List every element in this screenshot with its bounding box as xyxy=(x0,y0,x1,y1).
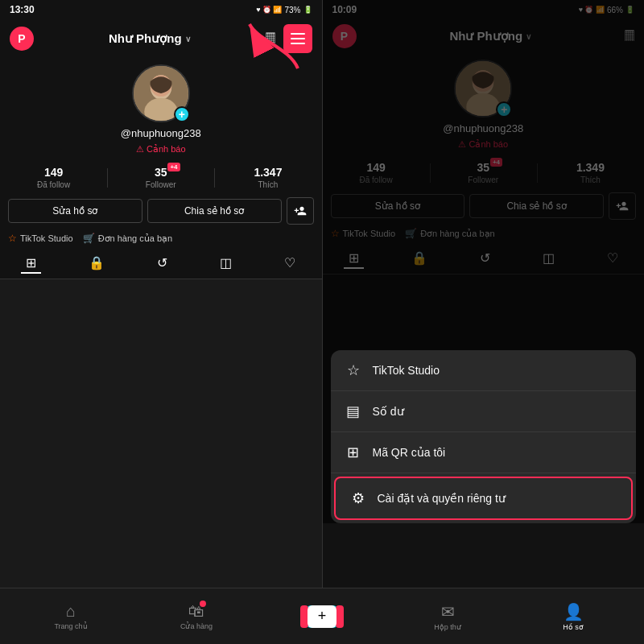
nav-create[interactable]: + xyxy=(259,605,385,628)
stats-row-left: 149 Đã follow 35+4 Follower 1.347 Thích xyxy=(0,161,322,194)
stat-likes-label-left: Thích xyxy=(258,180,278,189)
stat-following-label-left: Đã follow xyxy=(37,180,70,189)
menu-item-balance[interactable]: ▤ Số dư xyxy=(331,391,637,432)
stat-likes-number-left: 1.347 xyxy=(254,166,282,179)
right-screen: 10:09 ♥ ⏰ 📶 66% 🔋 P Như Phượng ∨ 𝄜 xyxy=(323,0,645,588)
warning-icon-left: ⚠ xyxy=(136,144,144,155)
settings-menu-label: Cài đặt và quyền riêng tư xyxy=(378,492,506,505)
menu-item-qr[interactable]: ⊞ Mã QR của tôi xyxy=(331,432,637,473)
share-profile-button-left[interactable]: Chia sẻ hồ sơ xyxy=(147,199,282,223)
edit-profile-button-left[interactable]: Sửa hồ sơ xyxy=(8,199,142,223)
stat-following-number-left: 149 xyxy=(44,166,63,179)
avatar-container-left: + xyxy=(132,64,190,122)
qr-menu-icon: ⊞ xyxy=(344,444,363,461)
tab-videos-left[interactable]: ⊞ xyxy=(21,254,41,274)
stat-plus-badge-left: +4 xyxy=(167,163,180,171)
add-friend-icon-left xyxy=(294,204,307,217)
menu-item-studio[interactable]: ☆ TikTok Studio xyxy=(331,350,637,391)
inbox-icon: ✉ xyxy=(441,602,455,621)
orders-icon-left: 🛒 xyxy=(83,233,95,244)
tab-repost-left[interactable]: ↺ xyxy=(152,254,172,274)
status-icons-left: ♥ ⏰ 📶 73% 🔋 xyxy=(256,6,312,14)
inbox-label: Hộp thư xyxy=(434,623,461,631)
nav-home[interactable]: ⌂ Trang chủ xyxy=(8,602,134,630)
tab-saved-left[interactable]: ♡ xyxy=(279,254,300,274)
nav-shop[interactable]: 🛍 Cửa hàng xyxy=(134,602,259,630)
stat-followers-number-left: 35+4 xyxy=(155,166,167,179)
studio-menu-icon: ☆ xyxy=(344,361,363,379)
profile-section-left: + @nhuphuong238 ⚠ Cảnh báo xyxy=(0,58,322,161)
dual-phone-icon[interactable]: 𝄜 xyxy=(266,31,275,47)
nav-username-left[interactable]: Như Phượng ∨ xyxy=(109,31,191,46)
qr-menu-label: Mã QR của tôi xyxy=(373,446,446,459)
stat-following-left[interactable]: 149 Đã follow xyxy=(0,166,107,189)
orders-link-left[interactable]: 🛒 Đơn hàng của bạn xyxy=(83,233,173,244)
studio-menu-label: TikTok Studio xyxy=(373,364,440,377)
status-bar-left: 13:30 ♥ ⏰ 📶 73% 🔋 xyxy=(0,0,322,19)
dropdown-menu: ☆ TikTok Studio ▤ Số dư ⊞ Mã QR của tôi … xyxy=(331,350,637,523)
studio-icon-left: ☆ xyxy=(8,233,17,244)
create-button[interactable]: + xyxy=(305,605,339,628)
nav-right-left: 𝄜 xyxy=(266,24,312,53)
top-nav-left: P Như Phượng ∨ 𝄜 xyxy=(0,19,322,58)
avatar-plus-button-left[interactable]: + xyxy=(174,106,190,122)
balance-menu-label: Số dư xyxy=(373,405,404,418)
home-icon: ⌂ xyxy=(66,602,76,621)
nav-profile[interactable]: 👤 Hồ sơ xyxy=(510,602,636,631)
tab-private-left[interactable]: 🔒 xyxy=(84,254,109,274)
stat-followers-label-left: Follower xyxy=(146,180,176,189)
home-label: Trang chủ xyxy=(54,622,87,630)
shop-label: Cửa hàng xyxy=(180,622,213,630)
hamburger-button[interactable] xyxy=(283,24,312,53)
content-area-left xyxy=(0,279,322,588)
cart-badge-dot xyxy=(200,601,206,607)
tabs-row-left: ⊞ 🔒 ↺ ◫ ♡ xyxy=(0,249,322,279)
add-friend-button-left[interactable] xyxy=(287,197,314,225)
username-chevron-left: ∨ xyxy=(185,35,191,43)
balance-menu-icon: ▤ xyxy=(344,402,363,420)
profile-nav-icon: 👤 xyxy=(564,602,584,621)
tab-liked-left[interactable]: ◫ xyxy=(215,254,237,274)
battery-left: 73% xyxy=(284,6,300,14)
menu-item-settings[interactable]: ⚙ Cài đặt và quyền riêng tư xyxy=(334,477,634,520)
shop-icon: 🛍 xyxy=(188,602,204,621)
stat-likes-left[interactable]: 1.347 Thích xyxy=(214,166,321,189)
stat-followers-left[interactable]: 35+4 Follower xyxy=(107,166,214,189)
tiktok-studio-link-left[interactable]: ☆ TikTok Studio xyxy=(8,233,73,244)
profile-initial-left: P xyxy=(10,27,34,51)
nav-inbox[interactable]: ✉ Hộp thư xyxy=(385,602,510,631)
left-screen: 13:30 ♥ ⏰ 📶 73% 🔋 P Như Phượng ∨ 𝄜 xyxy=(0,0,323,588)
action-buttons-left: Sửa hồ sơ Chia sẻ hồ sơ xyxy=(0,194,322,228)
username-handle-left: @nhuphuong238 xyxy=(121,127,201,139)
profile-nav-label: Hồ sơ xyxy=(563,623,584,631)
time-left: 13:30 xyxy=(10,4,35,15)
links-row-left: ☆ TikTok Studio 🛒 Đơn hàng của bạn xyxy=(0,228,322,249)
settings-menu-icon: ⚙ xyxy=(349,489,368,507)
warning-badge-left: ⚠ Cảnh báo xyxy=(136,144,186,155)
bottom-navigation: ⌂ Trang chủ 🛍 Cửa hàng + ✉ Hộp thư 👤 Hồ … xyxy=(0,588,644,644)
